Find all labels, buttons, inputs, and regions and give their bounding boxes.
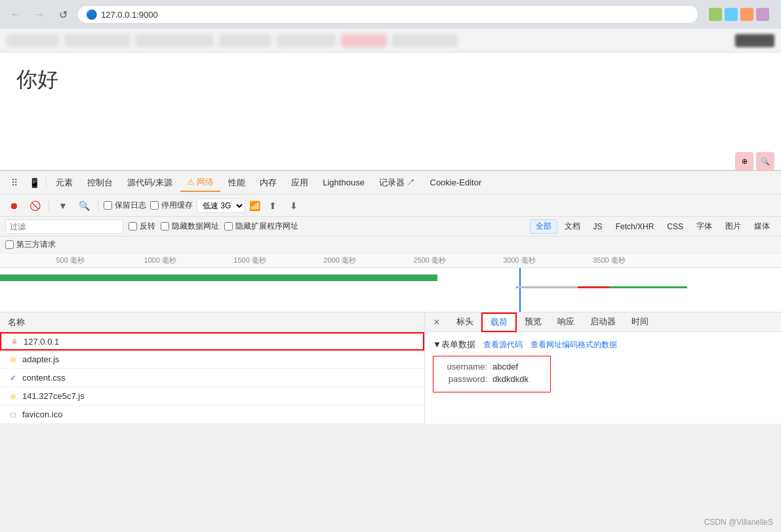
record-button[interactable]: ⏺ (5, 197, 22, 214)
file-icon-js-2: ⊕ (8, 391, 18, 402)
filter-css[interactable]: CSS (661, 219, 689, 234)
forward-button[interactable]: → (30, 5, 49, 24)
file-item-4[interactable]: □ favicon.ico (0, 406, 424, 424)
payload-section-title: ▼表单数据 (433, 339, 475, 351)
upload-icon-btn[interactable]: ⬆ (264, 197, 281, 214)
bookmark-5[interactable] (277, 34, 336, 47)
tab-payload[interactable]: 载荷 (481, 313, 517, 332)
timeline-bars (0, 268, 781, 313)
file-name-3: 141.327ce5c7.js (22, 391, 85, 401)
filter-js[interactable]: JS (588, 219, 609, 234)
devtools-device-btn[interactable]: 📱 (25, 174, 43, 192)
extension-icons (704, 8, 774, 21)
filter-type-buttons: 全部 文档 JS Fetch/XHR CSS 字体 图片 媒体 (530, 219, 776, 234)
hide-data-urls-checkbox[interactable]: 隐藏数据网址 (161, 221, 219, 232)
tab-lighthouse[interactable]: Lighthouse (316, 174, 371, 192)
tab-memory[interactable]: 内存 (253, 174, 283, 192)
file-list-header: 名称 (0, 313, 424, 332)
file-item-0[interactable]: ≡ 127.0.0.1 (0, 332, 424, 351)
file-item-3[interactable]: ⊕ 141.327ce5c7.js (0, 387, 424, 406)
filter-font[interactable]: 字体 (691, 219, 718, 234)
detail-tabs: × 标头 载荷 预览 响应 启动器 时间 (425, 313, 781, 332)
tab-initiator[interactable]: 启动器 (582, 313, 624, 332)
third-party-row: 第三方请求 (0, 237, 781, 254)
tick-500: 500 毫秒 (56, 256, 84, 265)
hide-data-urls-input[interactable] (161, 222, 169, 231)
disable-cache-checkbox[interactable]: 停用缓存 (150, 200, 193, 211)
payload-key-0: username: (441, 362, 487, 371)
bookmark-6[interactable] (341, 34, 387, 47)
browser-toolbar: ← → ↺ 🔵 127.0.0.1:9000 (0, 0, 781, 29)
tab-preview[interactable]: 预览 (517, 313, 550, 332)
bookmark-7[interactable] (392, 34, 458, 47)
devtools-ext-icon-1[interactable]: ⊕ (735, 152, 753, 170)
page-content: 你好 (0, 52, 781, 170)
clear-button[interactable]: 🚫 (26, 197, 43, 214)
tab-recorder[interactable]: 记录器 ↗ (372, 174, 422, 192)
filter-input[interactable] (5, 219, 123, 234)
filter-button[interactable]: ▼ (54, 197, 71, 214)
tab-response[interactable]: 响应 (550, 313, 582, 332)
file-item-2[interactable]: ✓ content.css (0, 369, 424, 387)
tab-cookie-editor[interactable]: Cookie-Editor (424, 174, 489, 192)
main-timeline-bar (0, 275, 437, 281)
filter-fetch[interactable]: Fetch/XHR (610, 219, 660, 234)
detail-close-button[interactable]: × (428, 313, 446, 332)
payload-value-0: abcdef (492, 362, 518, 371)
tab-console[interactable]: 控制台 (81, 174, 119, 192)
devtools-select-btn[interactable]: ⠿ (5, 174, 24, 192)
file-item-1[interactable]: ⊕ adapter.js (0, 351, 424, 369)
tab-performance[interactable]: 性能 (222, 174, 252, 192)
address-bar[interactable]: 🔵 127.0.0.1:9000 (77, 5, 698, 24)
filter-media[interactable]: 媒体 (748, 219, 776, 234)
back-button[interactable]: ← (7, 5, 25, 24)
bookmark-3[interactable] (135, 34, 214, 47)
page-greeting: 你好 (16, 66, 765, 94)
file-name-0: 127.0.0.1 (24, 337, 59, 347)
separator-1 (46, 176, 47, 189)
bookmark-1[interactable] (7, 34, 59, 47)
preserve-log-checkbox[interactable]: 保留日志 (104, 200, 146, 211)
bookmark-4[interactable] (219, 34, 271, 47)
reverse-input[interactable] (129, 222, 137, 231)
third-party-input[interactable] (5, 240, 14, 249)
payload-content: ▼表单数据 查看源代码 查看网址编码格式的数据 username: abcdef… (425, 332, 781, 399)
file-name-4: favicon.ico (22, 409, 62, 419)
devtools-tabbar: ⠿ 📱 元素 控制台 源代码/来源 ⚠ 网络 性能 内存 应用 Lighthou… (0, 171, 781, 195)
reload-button[interactable]: ↺ (54, 5, 72, 24)
tick-2500: 2500 毫秒 (413, 256, 446, 265)
search-button[interactable]: 🔍 (75, 197, 92, 214)
filter-img[interactable]: 图片 (719, 219, 747, 234)
disable-cache-input[interactable] (150, 201, 159, 210)
third-party-checkbox[interactable]: 第三方请求 (5, 239, 56, 250)
tab-elements[interactable]: 元素 (49, 174, 79, 192)
secure-icon: 🔵 (86, 9, 97, 20)
preserve-log-input[interactable] (104, 201, 112, 210)
throttle-select[interactable]: 低速 3G 无限制 快速 3G 低速 3G 离线 (197, 199, 245, 213)
file-name-1: adapter.js (22, 354, 59, 364)
tab-network[interactable]: ⚠ 网络 (180, 174, 221, 192)
wifi-icon: 📶 (249, 200, 260, 211)
tab-application[interactable]: 应用 (285, 174, 315, 192)
tab-headers[interactable]: 标头 (449, 313, 481, 332)
bookmarks-bar (0, 29, 781, 52)
hide-ext-input[interactable] (224, 222, 233, 231)
hide-ext-checkbox[interactable]: 隐藏扩展程序网址 (224, 221, 298, 232)
devtools-ext-icon-2[interactable]: 🔍 (756, 152, 774, 170)
filter-all[interactable]: 全部 (530, 219, 557, 234)
view-source-link[interactable]: 查看源代码 (483, 339, 523, 351)
tick-1500: 1500 毫秒 (233, 256, 266, 265)
view-encoded-link[interactable]: 查看网址编码格式的数据 (531, 339, 617, 351)
tick-3000: 3000 毫秒 (503, 256, 536, 265)
filter-doc[interactable]: 文档 (559, 219, 586, 234)
tab-sources[interactable]: 源代码/来源 (121, 174, 179, 192)
timeline-ruler: 500 毫秒 1000 毫秒 1500 毫秒 2000 毫秒 2500 毫秒 3… (0, 254, 781, 268)
download-icon-btn[interactable]: ⬇ (285, 197, 302, 214)
reverse-checkbox[interactable]: 反转 (129, 221, 155, 232)
tab-timing[interactable]: 时间 (624, 313, 656, 332)
tick-2000: 2000 毫秒 (323, 256, 356, 265)
bookmark-2[interactable] (64, 34, 130, 47)
payload-value-1: dkdkdkdk (492, 374, 529, 384)
payload-row-0: username: abcdef (441, 362, 542, 371)
red-bar (578, 286, 609, 288)
